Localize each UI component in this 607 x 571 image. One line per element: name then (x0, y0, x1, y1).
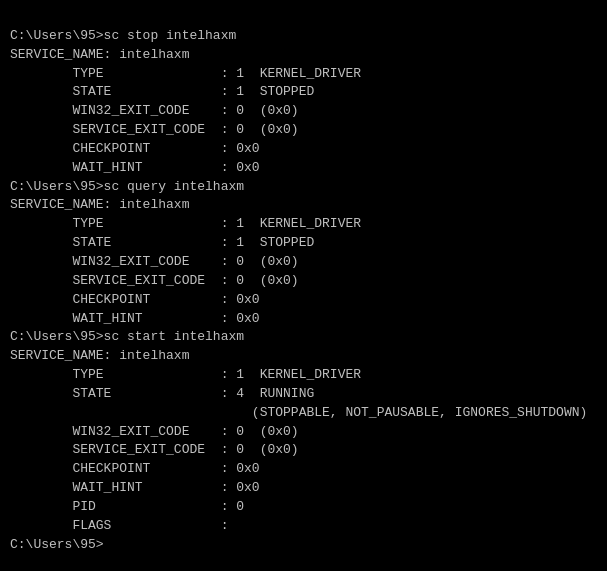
line-block1-6: CHECKPOINT : 0x0 (10, 140, 597, 159)
line-block2-2: TYPE : 1 KERNEL_DRIVER (10, 215, 597, 234)
line-block3-6: SERVICE_EXIT_CODE : 0 (0x0) (10, 441, 597, 460)
line-block1-4: WIN32_EXIT_CODE : 0 (0x0) (10, 102, 597, 121)
line-block2-1: SERVICE_NAME: intelhaxm (10, 196, 597, 215)
line-block3-8: WAIT_HINT : 0x0 (10, 479, 597, 498)
line-block2-6: CHECKPOINT : 0x0 (10, 291, 597, 310)
line-block1-1: SERVICE_NAME: intelhaxm (10, 46, 597, 65)
line-block1-7: WAIT_HINT : 0x0 (10, 159, 597, 178)
line-block2-5: SERVICE_EXIT_CODE : 0 (0x0) (10, 272, 597, 291)
prompt-block4: C:\Users\95> (10, 536, 597, 555)
line-block3-10: FLAGS : (10, 517, 597, 536)
prompt-block3: C:\Users\95>sc start intelhaxm (10, 328, 597, 347)
line-block3-4: (STOPPABLE, NOT_PAUSABLE, IGNORES_SHUTDO… (10, 404, 597, 423)
line-block1-3: STATE : 1 STOPPED (10, 83, 597, 102)
line-block1-2: TYPE : 1 KERNEL_DRIVER (10, 65, 597, 84)
line-block3-2: TYPE : 1 KERNEL_DRIVER (10, 366, 597, 385)
line-block3-5: WIN32_EXIT_CODE : 0 (0x0) (10, 423, 597, 442)
line-block2-7: WAIT_HINT : 0x0 (10, 310, 597, 329)
line-block1-5: SERVICE_EXIT_CODE : 0 (0x0) (10, 121, 597, 140)
line-block3-9: PID : 0 (10, 498, 597, 517)
line-block3-7: CHECKPOINT : 0x0 (10, 460, 597, 479)
line-block3-1: SERVICE_NAME: intelhaxm (10, 347, 597, 366)
terminal: C:\Users\95>sc stop intelhaxmSERVICE_NAM… (10, 8, 597, 554)
line-block2-4: WIN32_EXIT_CODE : 0 (0x0) (10, 253, 597, 272)
line-block3-3: STATE : 4 RUNNING (10, 385, 597, 404)
prompt-block2: C:\Users\95>sc query intelhaxm (10, 178, 597, 197)
line-block2-3: STATE : 1 STOPPED (10, 234, 597, 253)
prompt-block1: C:\Users\95>sc stop intelhaxm (10, 27, 597, 46)
